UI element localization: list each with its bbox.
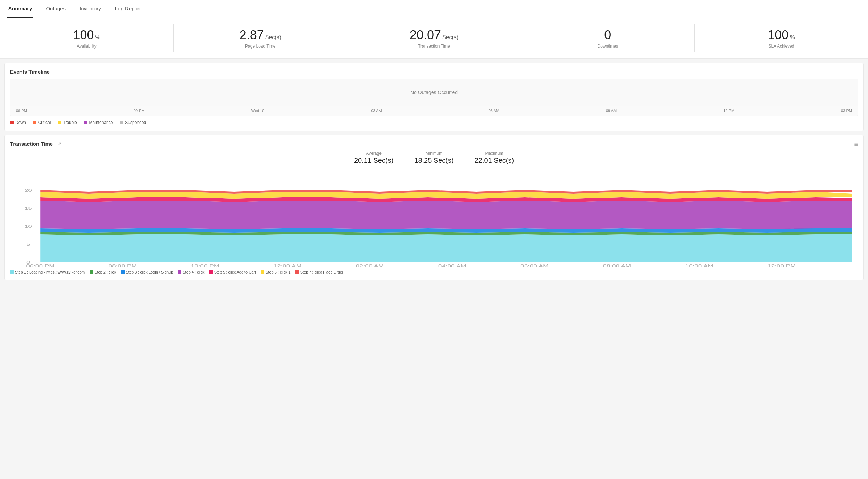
chart-legend-step6: Step 6 : click 1 xyxy=(261,270,291,274)
svg-text:12:00 PM: 12:00 PM xyxy=(767,264,796,267)
legend-trouble: Trouble xyxy=(58,120,77,125)
tab-summary[interactable]: Summary xyxy=(7,0,33,18)
events-legend: Down Critical Trouble Maintenance Suspen… xyxy=(10,120,858,125)
chart-legend-step4: Step 4 : click xyxy=(178,270,204,274)
chart-legend-dot-step4 xyxy=(178,270,181,274)
svg-text:10:00 AM: 10:00 AM xyxy=(685,264,713,267)
chart-legend-step5: Step 5 : click Add to Cart xyxy=(209,270,256,274)
tx-stats: Average 20.11 Sec(s) Minimum 18.25 Sec(s… xyxy=(10,151,858,165)
tx-stat-minimum: Minimum 18.25 Sec(s) xyxy=(414,151,453,165)
legend-trouble-label: Trouble xyxy=(63,120,77,125)
svg-marker-14 xyxy=(40,201,852,229)
axis-label-2: Wed 10 xyxy=(251,109,265,113)
sla-unit: % xyxy=(790,34,795,41)
svg-text:5: 5 xyxy=(26,242,30,246)
tab-inventory[interactable]: Inventory xyxy=(78,0,102,18)
events-timeline-section: Events Timeline No Outages Occurred 06 P… xyxy=(4,63,864,131)
transaction-time-unit: Sec(s) xyxy=(442,34,458,41)
svg-text:08:00 AM: 08:00 AM xyxy=(603,264,631,267)
axis-label-0: 06 PM xyxy=(16,109,27,113)
tx-stat-maximum: Maximum 22.01 Sec(s) xyxy=(475,151,514,165)
axis-label-5: 09 AM xyxy=(606,109,617,113)
tx-header: Transaction Time ↗ ≡ xyxy=(10,141,858,151)
transaction-time-section: Transaction Time ↗ ≡ Average 20.11 Sec(s… xyxy=(4,135,864,280)
axis-label-6: 12 PM xyxy=(723,109,734,113)
chart-legend-dot-step1 xyxy=(10,270,14,274)
tab-outages[interactable]: Outages xyxy=(44,0,67,18)
availability-label: Availability xyxy=(7,44,166,49)
page-load-value: 2.87 xyxy=(240,28,264,42)
sla-label: SLA Achieved xyxy=(702,44,861,49)
axis-label-1: 09 PM xyxy=(134,109,145,113)
legend-suspended: Suspended xyxy=(120,120,146,125)
chart-legend-step3: Step 3 : click Login / Signup xyxy=(121,270,173,274)
availability-unit: % xyxy=(95,34,100,41)
chart-legend-step2: Step 2 : click xyxy=(90,270,116,274)
legend-dot-down xyxy=(10,121,14,124)
chart-legend-dot-step3 xyxy=(121,270,125,274)
svg-text:04:00 AM: 04:00 AM xyxy=(438,264,466,267)
chart-legend-dot-step7 xyxy=(295,270,299,274)
legend-dot-trouble xyxy=(58,121,61,124)
tabs-bar: Summary Outages Inventory Log Report xyxy=(0,0,868,18)
chart-legend-step1: Step 1 : Loading - https://www.zylker.co… xyxy=(10,270,85,274)
timeline-empty-message: No Outages Occurred xyxy=(10,79,858,106)
transaction-chart: 0 5 10 15 20 xyxy=(10,170,858,267)
svg-text:06:00 AM: 06:00 AM xyxy=(520,264,549,267)
downtimes-label: Downtimes xyxy=(528,44,687,49)
chart-legend-dot-step2 xyxy=(90,270,93,274)
tx-title: Transaction Time ↗ xyxy=(10,141,61,147)
svg-marker-11 xyxy=(40,234,852,262)
availability-value: 100 xyxy=(73,28,94,42)
svg-text:10: 10 xyxy=(25,224,32,228)
menu-icon[interactable]: ≡ xyxy=(854,141,858,148)
chart-legend-dot-step5 xyxy=(209,270,213,274)
axis-label-7: 03 PM xyxy=(841,109,852,113)
legend-maintenance: Maintenance xyxy=(84,120,113,125)
chart-legend: Step 1 : Loading - https://www.zylker.co… xyxy=(10,270,858,274)
legend-down: Down xyxy=(10,120,26,125)
axis-label-4: 06 AM xyxy=(489,109,499,113)
legend-dot-critical xyxy=(33,121,36,124)
svg-text:10:00 PM: 10:00 PM xyxy=(191,264,219,267)
svg-text:08:00 PM: 08:00 PM xyxy=(108,264,137,267)
page-load-label: Page Load Time xyxy=(181,44,340,49)
chart-legend-step7: Step 7 : click Place Order xyxy=(295,270,343,274)
transaction-time-label: Transaction Time xyxy=(354,44,514,49)
metric-sla: 100 % SLA Achieved xyxy=(694,24,868,52)
page: Summary Outages Inventory Log Report 100… xyxy=(0,0,868,479)
timeline-axis: 06 PM 09 PM Wed 10 03 AM 06 AM 09 AM 12 … xyxy=(10,106,858,116)
svg-text:06:00 PM: 06:00 PM xyxy=(26,264,55,267)
svg-text:02:00 AM: 02:00 AM xyxy=(356,264,384,267)
metric-availability: 100 % Availability xyxy=(0,24,173,52)
timeline-container: No Outages Occurred 06 PM 09 PM Wed 10 0… xyxy=(10,79,858,116)
axis-label-3: 03 AM xyxy=(371,109,382,113)
chart-legend-dot-step6 xyxy=(261,270,264,274)
legend-critical: Critical xyxy=(33,120,51,125)
sla-value: 100 xyxy=(768,28,788,42)
downtimes-value: 0 xyxy=(604,28,611,42)
external-link-icon[interactable]: ↗ xyxy=(58,141,61,146)
page-load-unit: Sec(s) xyxy=(265,34,281,41)
metric-page-load: 2.87 Sec(s) Page Load Time xyxy=(173,24,347,52)
svg-text:15: 15 xyxy=(25,206,32,210)
chart-svg: 0 5 10 15 20 xyxy=(10,170,858,267)
metrics-bar: 100 % Availability 2.87 Sec(s) Page Load… xyxy=(0,18,868,59)
transaction-time-value: 20.07 xyxy=(410,28,441,42)
svg-text:20: 20 xyxy=(25,188,32,192)
events-timeline-title: Events Timeline xyxy=(10,69,858,75)
svg-text:12:00 AM: 12:00 AM xyxy=(273,264,301,267)
metric-downtimes: 0 Downtimes xyxy=(521,24,694,52)
legend-dot-suspended xyxy=(120,121,123,124)
tx-stat-average: Average 20.11 Sec(s) xyxy=(354,151,393,165)
legend-dot-maintenance xyxy=(84,121,87,124)
tab-log-report[interactable]: Log Report xyxy=(114,0,142,18)
metric-transaction-time: 20.07 Sec(s) Transaction Time xyxy=(347,24,520,52)
